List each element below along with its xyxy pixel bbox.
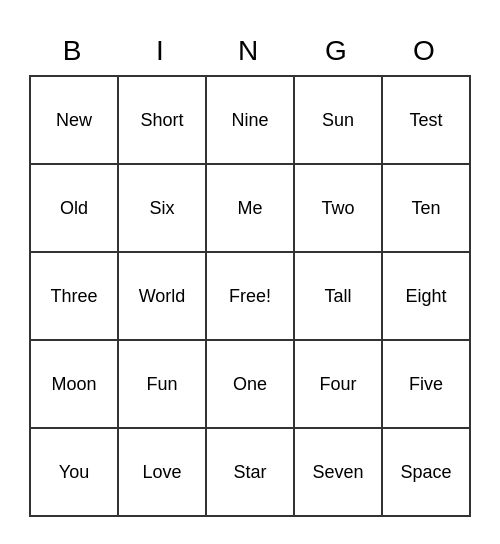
- cell-4-0: You: [31, 429, 119, 517]
- cell-1-1: Six: [119, 165, 207, 253]
- cell-0-2: Nine: [207, 77, 295, 165]
- header-i: I: [117, 27, 205, 75]
- cell-3-3: Four: [295, 341, 383, 429]
- bingo-row: Old Six Me Two Ten: [31, 165, 471, 253]
- header-b: B: [29, 27, 117, 75]
- cell-2-1: World: [119, 253, 207, 341]
- cell-3-4: Five: [383, 341, 471, 429]
- header-n: N: [205, 27, 293, 75]
- cell-0-3: Sun: [295, 77, 383, 165]
- bingo-card: B I N G O New Short Nine Sun Test Old Si…: [29, 27, 471, 517]
- cell-0-0: New: [31, 77, 119, 165]
- cell-2-4: Eight: [383, 253, 471, 341]
- bingo-row: You Love Star Seven Space: [31, 429, 471, 517]
- cell-0-4: Test: [383, 77, 471, 165]
- cell-4-1: Love: [119, 429, 207, 517]
- bingo-row: Three World Free! Tall Eight: [31, 253, 471, 341]
- cell-1-0: Old: [31, 165, 119, 253]
- cell-3-1: Fun: [119, 341, 207, 429]
- cell-0-1: Short: [119, 77, 207, 165]
- cell-3-0: Moon: [31, 341, 119, 429]
- cell-4-2: Star: [207, 429, 295, 517]
- bingo-header: B I N G O: [29, 27, 471, 75]
- bingo-row: Moon Fun One Four Five: [31, 341, 471, 429]
- cell-4-4: Space: [383, 429, 471, 517]
- bingo-row: New Short Nine Sun Test: [31, 77, 471, 165]
- bingo-grid: New Short Nine Sun Test Old Six Me Two T…: [29, 75, 471, 517]
- cell-2-3: Tall: [295, 253, 383, 341]
- cell-2-2: Free!: [207, 253, 295, 341]
- header-o: O: [381, 27, 469, 75]
- cell-1-3: Two: [295, 165, 383, 253]
- cell-1-2: Me: [207, 165, 295, 253]
- cell-1-4: Ten: [383, 165, 471, 253]
- cell-3-2: One: [207, 341, 295, 429]
- header-g: G: [293, 27, 381, 75]
- cell-4-3: Seven: [295, 429, 383, 517]
- cell-2-0: Three: [31, 253, 119, 341]
